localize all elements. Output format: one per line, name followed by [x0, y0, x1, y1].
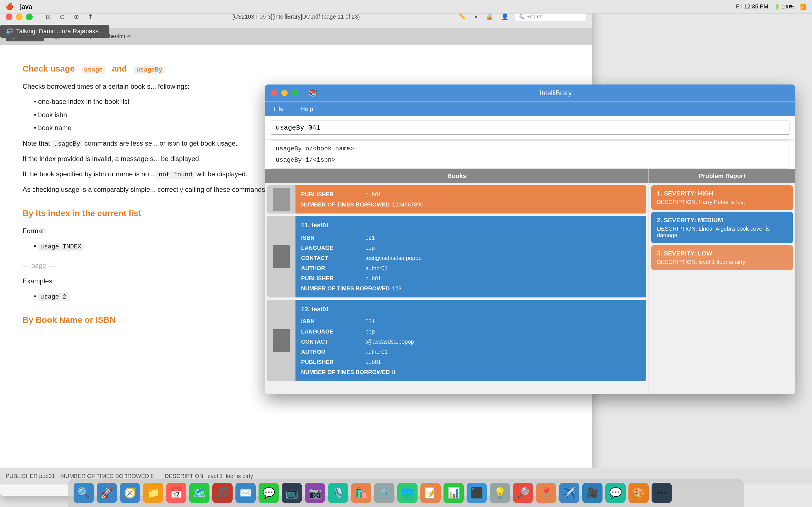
book-cover-image-12 [273, 329, 290, 352]
suggestion-2[interactable]: usageBy i/<isbn> [276, 155, 784, 166]
ib-command-input[interactable] [271, 121, 790, 135]
book-publisher-10: PUBLISHER pub01 [301, 189, 423, 200]
book-card-10[interactable]: PUBLISHER pub01 NUMBER OF TIMES BORROWED… [267, 185, 646, 214]
dock-icon-zoom[interactable]: 🎥 [582, 483, 603, 503]
talking-tooltip: 🔊 Talking: Damit...tura Rajapaks... [0, 25, 109, 38]
dock-icon-podcast[interactable]: 🎙️ [328, 483, 348, 503]
book-times-11: NUMBER OF TIMES BORROWED 123 [301, 283, 421, 293]
dock-icon-chrome[interactable]: 🌐 [397, 483, 417, 503]
suggestion-1[interactable]: usageBy n/<book name> [276, 144, 784, 155]
pdf-maximize-button[interactable] [26, 13, 33, 20]
book-publisher-12: PUBLISHER pub01 [301, 357, 414, 367]
books-panel-header: Books [265, 169, 649, 183]
book-language-12: LANGUAGE pop [301, 327, 414, 337]
ib-window-title: IntelliBrary [540, 89, 571, 97]
ib-problems-panel: Problem Report 1. SEVERITY: HIGH DESCRIP… [649, 169, 795, 394]
menubar-left: 🍎 java [6, 3, 32, 10]
book-cover-image-11 [273, 245, 290, 268]
book-info-11: 11. test01 ISBN 021 LANGUAGE pop CONTACT… [296, 216, 427, 297]
problem-card-2[interactable]: 2. SEVERITY: MEDIUM DESCRIPTION: Linear … [651, 212, 793, 243]
apple-icon[interactable]: 🍎 [6, 3, 13, 10]
dock-icon-files[interactable]: 📁 [143, 483, 163, 503]
dock-icon-music[interactable]: 🎵 [212, 483, 233, 503]
problem-severity-3: 3. SEVERITY: LOW [657, 250, 787, 257]
ib-maximize-button[interactable] [292, 90, 298, 96]
problem-severity-2: 2. SEVERITY: MEDIUM [657, 217, 787, 224]
talking-text: Talking: Damit...tura Rajapaks... [16, 27, 104, 35]
book-cover-10 [267, 185, 296, 214]
book-contact-12: CONTACT t@asdasdsa.popop [301, 337, 414, 347]
menubar: 🍎 java Fri 12:35 PM 🔋 100% 📶 [0, 0, 812, 13]
dock-icon-intellij[interactable]: 💡 [490, 483, 510, 503]
book-cover-image-10 [273, 188, 290, 211]
dock-icon-messages[interactable]: 💬 [259, 483, 279, 503]
battery-icon: 🔋 100% [774, 4, 795, 10]
window-controls [6, 13, 33, 20]
dock-icon-gimp[interactable]: 🎨 [628, 483, 649, 503]
dock-icon-mail[interactable]: ✉️ [236, 483, 256, 503]
dock-icon-spotlight[interactable]: 🔎 [513, 483, 533, 503]
check-usage-title: Check usage usage and usageBy [22, 62, 569, 75]
book-info-10: PUBLISHER pub01 NUMBER OF TIMES BORROWED… [296, 185, 429, 214]
user-signout-icon: ⎋ [128, 34, 131, 40]
intellibrary-window: 📚 IntelliBrary File Help usageBy n/<book… [265, 84, 795, 394]
dock-icon-store[interactable]: 🛍️ [351, 483, 371, 503]
pdf-title: [CS2103-F09-3][IntelliBrary]UG.pdf (page… [232, 13, 360, 20]
menubar-app-name[interactable]: java [20, 3, 32, 10]
pdf-search-box[interactable]: 🔍 [515, 12, 587, 21]
ib-books-panel: Books PUBLISHER pub01 NUMBER OF TIMES BO… [265, 169, 649, 394]
search-icon: 🔍 [518, 14, 524, 19]
book-cover-12 [267, 300, 296, 381]
problem-severity-1: 1. SEVERITY: HIGH [657, 190, 787, 197]
dock-icon-tv[interactable]: 📺 [282, 483, 302, 503]
talking-icon: 🔊 [6, 27, 13, 35]
book-author-12: AUTHOR author01 [301, 347, 414, 357]
problem-card-1[interactable]: 1. SEVERITY: HIGH DESCRIPTION: Harry Pot… [651, 185, 793, 210]
problem-desc-3: DESCRIPTION: level 1 floor is dirty [657, 259, 787, 265]
dock-icon-safari[interactable]: 🧭 [120, 483, 140, 503]
ib-close-button[interactable] [271, 90, 277, 96]
dock-icon-terminal[interactable]: ⬛ [467, 483, 487, 503]
ib-menu-help[interactable]: Help [297, 104, 316, 114]
ib-app-icon: 📚 [308, 89, 317, 98]
dock-icon-finder[interactable]: 🔍 [73, 483, 94, 503]
dock-icon-word[interactable]: 📝 [420, 483, 441, 503]
menubar-right: Fri 12:35 PM 🔋 100% 📶 [736, 3, 806, 10]
problem-card-3[interactable]: 3. SEVERITY: LOW DESCRIPTION: level 1 fl… [651, 245, 793, 270]
dock-icon-more[interactable]: ⋯ [652, 483, 672, 503]
book-language-11: LANGUAGE pop [301, 243, 421, 253]
book-publisher-11: PUBLISHER pub01 [301, 273, 421, 283]
bottom-partial-text: PUBLISHER pub01 NUMBER OF TIMES BORROWED… [6, 473, 253, 480]
ib-titlebar: 📚 IntelliBrary [265, 84, 795, 101]
book-times-10: NUMBER OF TIMES BORROWED 1234567890 [301, 200, 423, 210]
ib-minimize-button[interactable] [282, 90, 288, 96]
problem-desc-1: DESCRIPTION: Harry Potter is lost [657, 199, 787, 205]
pdf-search-input[interactable] [526, 14, 583, 20]
dock-icon-settings[interactable]: ⚙️ [374, 483, 395, 503]
dock-icon-telegram[interactable]: ✈️ [559, 483, 579, 503]
ib-menu-file[interactable]: File [271, 104, 286, 114]
menubar-time: Fri 12:35 PM [736, 3, 768, 10]
dock-icon-excel[interactable]: 📊 [444, 483, 464, 503]
dock-icon-facetime[interactable]: 📷 [305, 483, 325, 503]
book-isbn-12: ISBN 031 [301, 316, 414, 327]
problem-desc-2: DESCRIPTION: Linear Algebra book cover i… [657, 226, 787, 238]
ib-main: Books PUBLISHER pub01 NUMBER OF TIMES BO… [265, 169, 795, 394]
ib-menubar: File Help [265, 101, 795, 116]
dock-icon-launchpad[interactable]: 🚀 [97, 483, 117, 503]
wifi-icon: 📶 [800, 4, 806, 10]
pdf-close-button[interactable] [6, 13, 12, 20]
book-card-12[interactable]: 12. test01 ISBN 031 LANGUAGE pop CONTACT… [267, 300, 646, 381]
dock-icon-calendar[interactable]: 📅 [166, 483, 186, 503]
book-title-11: 11. test01 [301, 220, 421, 231]
dock-icon-maps[interactable]: 🗺️ [189, 483, 209, 503]
dock: 🔍 🚀 🧭 📁 📅 🗺️ 🎵 ✉️ 💬 📺 📷 🎙️ 🛍️ ⚙️ 🌐 📝 📊 ⬛… [68, 479, 744, 507]
book-isbn-11: ISBN 021 [301, 233, 421, 243]
pdf-minimize-button[interactable] [16, 13, 22, 20]
problems-panel-header: Problem Report [649, 169, 795, 183]
book-card-11[interactable]: 11. test01 ISBN 021 LANGUAGE pop CONTACT… [267, 216, 646, 297]
book-info-12: 12. test01 ISBN 031 LANGUAGE pop CONTACT… [296, 300, 420, 381]
dock-icon-slack[interactable]: 💬 [605, 483, 626, 503]
dock-icon-maps2[interactable]: 📍 [536, 483, 556, 503]
usage-keyword: usage [82, 66, 105, 74]
